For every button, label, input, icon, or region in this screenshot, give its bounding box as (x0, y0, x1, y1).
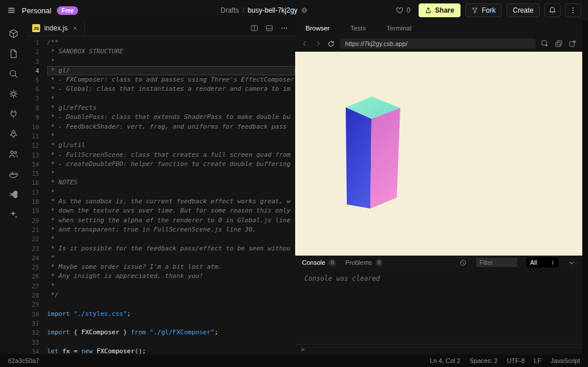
code-line[interactable]: 27 * (26, 281, 295, 291)
preview-panels-icon[interactable] (555, 40, 563, 48)
sidebar-button-vscode[interactable] (9, 190, 18, 199)
bell-icon (548, 6, 556, 14)
code-text: * (47, 281, 295, 291)
tab-index-js[interactable]: JS index.js (26, 21, 85, 36)
code-line[interactable]: 14 * - createDoubleFBO: helper function … (26, 160, 295, 169)
code-text: * - createDoubleFBO: helper function to … (47, 160, 295, 169)
forward-button[interactable] (314, 40, 322, 48)
code-line[interactable]: 22 * (26, 234, 295, 244)
code-line[interactable]: 10 * - FeedbackShader: vert, frag, and u… (26, 122, 295, 132)
console-input-row[interactable]: > (295, 344, 582, 354)
main-menu-button[interactable] (7, 6, 16, 15)
sidebar-button-search[interactable] (9, 69, 18, 79)
console-output[interactable]: Console was cleared (295, 269, 582, 344)
code-line[interactable]: 13 * - FullScreenScene: class that creat… (26, 150, 295, 160)
sidebar-button-package[interactable] (9, 29, 18, 38)
code-text: * (47, 188, 295, 197)
code-line[interactable]: 21 * and transparent: true in FullScreen… (26, 225, 295, 234)
workspace-name[interactable]: Personal (22, 6, 51, 15)
editor-more-options-icon[interactable] (280, 24, 288, 32)
notifications-button[interactable] (544, 3, 560, 17)
code-line-active[interactable]: 4 * gl/ (26, 66, 295, 75)
code-line[interactable]: 31 (26, 319, 295, 328)
code-line[interactable]: 23 * Is it possible for the feedback pas… (26, 244, 295, 253)
sidebar-button-devtools[interactable] (9, 109, 18, 119)
likes-counter[interactable]: 0 (396, 6, 411, 14)
tab-console[interactable]: Console 0 (302, 259, 336, 266)
inspect-element-icon[interactable] (541, 40, 549, 48)
code-text: import "./styles.css"; (47, 310, 295, 319)
back-button[interactable] (301, 40, 309, 48)
code-line[interactable]: 9 * - DoublePass: class that extends Sha… (26, 113, 295, 122)
more-options-button[interactable] (565, 3, 581, 17)
sidebar-button-file[interactable] (9, 49, 18, 59)
url-input[interactable] (340, 38, 536, 49)
browser-preview[interactable] (295, 52, 582, 256)
split-horizontal-icon[interactable] (250, 24, 258, 32)
code-line[interactable]: 20 * when setting the alpha of the rende… (26, 216, 295, 225)
fork-button[interactable]: Fork (465, 3, 502, 17)
tab-terminal[interactable]: Terminal (386, 25, 411, 32)
sidebar-button-ai-sparkles[interactable] (9, 210, 18, 219)
breadcrumb-folder[interactable]: Drafts (220, 6, 239, 14)
code-line[interactable]: 5 * - FXComposer: class to add passes us… (26, 75, 295, 84)
code-line[interactable]: 26 * Any insight is appreciated, thank y… (26, 272, 295, 281)
code-line[interactable]: 28 */ (26, 291, 295, 300)
line-number: 4 (26, 66, 47, 75)
line-number: 25 (26, 262, 47, 272)
code-line[interactable]: 1/** (26, 38, 295, 47)
collaborators-icon (9, 149, 18, 159)
code-text: * - FXComposer: class to add passes usin… (47, 75, 295, 84)
line-number: 7 (26, 94, 47, 103)
code-line[interactable]: 7 * (26, 94, 295, 103)
eol-setting[interactable]: LF (534, 357, 541, 364)
indentation-setting[interactable]: Spaces: 2 (470, 357, 498, 364)
clear-console-button[interactable] (459, 259, 467, 266)
reload-button[interactable] (327, 40, 335, 48)
fork-icon (471, 7, 478, 14)
code-line[interactable]: 32import { FXComposer } from "./gl/FXCom… (26, 328, 295, 337)
code-line[interactable]: 33 (26, 338, 295, 347)
language-mode[interactable]: JavaScript (551, 357, 580, 364)
code-editor[interactable]: 1/**2 * SANDBOX STRUCTURE3 *4 * gl/5 * -… (26, 36, 295, 354)
sidebar-button-collaborators[interactable] (9, 149, 18, 159)
encoding-setting[interactable]: UTF-8 (507, 357, 525, 364)
console-filter-input[interactable] (476, 258, 517, 267)
chevron-down-icon (568, 259, 575, 266)
code-line[interactable]: 34let fx = new FXComposer(); (26, 347, 295, 354)
code-line[interactable]: 11 * (26, 132, 295, 141)
code-line[interactable]: 25 * Maybe some order issue? I'm a bit l… (26, 262, 295, 272)
code-text: * - DoublePass: class that extends Shade… (47, 113, 295, 122)
code-line[interactable]: 19 * down the texture uvs over time. But… (26, 206, 295, 215)
sidebar-button-docker[interactable] (9, 169, 18, 179)
code-text: * (47, 57, 295, 66)
cursor-position[interactable]: Ln 4, Col 2 (430, 357, 461, 364)
split-vertical-icon[interactable] (265, 24, 273, 32)
code-line[interactable]: 8 * gl/effects (26, 103, 295, 113)
tab-browser[interactable]: Browser (305, 25, 330, 32)
code-line[interactable]: 30import "./styles.css"; (26, 310, 295, 319)
code-line[interactable]: 2 * SANDBOX STRUCTURE (26, 47, 295, 56)
code-line[interactable]: 6 * - Global: class that instantiates a … (26, 84, 295, 94)
log-level-select[interactable]: All (527, 257, 559, 268)
code-line[interactable]: 16 * NOTES (26, 178, 295, 187)
code-line[interactable]: 12 * gl/util (26, 141, 295, 150)
line-number: 31 (26, 319, 47, 328)
share-button[interactable]: Share (419, 3, 461, 17)
tab-tests[interactable]: Tests (350, 25, 366, 32)
code-line[interactable]: 17 * (26, 188, 295, 197)
sidebar-button-settings[interactable] (9, 89, 18, 99)
code-line[interactable]: 18 * As the sandbox is, the current feed… (26, 197, 295, 206)
code-line[interactable]: 3 * (26, 57, 295, 66)
code-line[interactable]: 29 (26, 300, 295, 309)
tab-problems[interactable]: Problems 0 (345, 259, 382, 266)
project-name[interactable]: busy-bell-7kj2gy (247, 6, 297, 14)
sidebar-button-rocket[interactable] (9, 129, 18, 139)
vscode-icon (9, 190, 18, 199)
collapse-console-button[interactable] (568, 259, 575, 266)
create-button[interactable]: Create (506, 3, 540, 17)
tab-close-button[interactable] (72, 25, 79, 32)
open-external-icon[interactable] (568, 40, 577, 48)
code-line[interactable]: 15 * (26, 169, 295, 178)
code-line[interactable]: 24 * (26, 253, 295, 262)
